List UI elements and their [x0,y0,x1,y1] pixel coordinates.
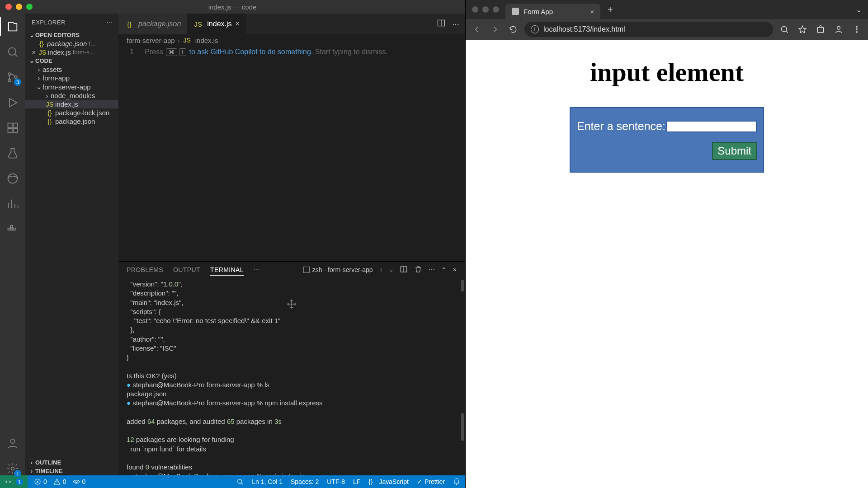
zoom-icon[interactable] [778,23,791,36]
svg-point-25 [856,32,858,33]
activity-docker-icon[interactable] [6,222,19,236]
terminal-shell-label[interactable]: zsh - form-server-app [303,266,373,273]
remote-indicator[interactable]: 1 [0,475,28,488]
activity-settings-icon[interactable]: 1 [6,462,19,475]
panel-overflow-icon[interactable]: ⋯ [429,266,435,273]
window-title: index.js — code [0,3,465,11]
window-close-dot[interactable] [472,6,478,13]
svg-rect-10 [10,228,13,230]
status-zoom-icon[interactable] [236,478,244,485]
explorer-sidebar: EXPLORER ⋯ ⌄OPEN EDITORS {} package.json… [25,14,118,475]
status-language[interactable]: {} JavaScript [368,478,409,485]
nav-reload-icon[interactable] [506,23,520,36]
activity-scm-icon[interactable]: 3 [6,70,19,84]
site-info-icon[interactable]: i [531,25,539,33]
maximize-panel-icon[interactable]: ⌃ [441,266,447,273]
page-favicon [512,8,519,15]
status-notifications-icon[interactable] [453,478,460,485]
status-warnings[interactable]: 0 [53,478,66,485]
split-editor-icon[interactable] [437,19,446,29]
tree-file[interactable]: {}package.json [25,117,118,126]
svg-point-18 [75,481,77,483]
scrollbar-thumb[interactable] [461,413,464,441]
scm-badge: 3 [14,79,21,86]
activity-graph-icon[interactable] [6,197,19,211]
status-bar: 1 0 0 0 Ln 1, Col 1 Spaces: 2 UTF-8 LF {… [0,475,465,488]
activity-edge-icon[interactable] [6,172,19,185]
outline-header[interactable]: ›OUTLINE [25,458,118,467]
close-icon[interactable]: × [30,48,38,56]
editor-more-icon[interactable]: ⋯ [452,20,459,28]
nav-forward-icon[interactable] [488,23,502,36]
sentence-input[interactable] [666,121,757,132]
svg-point-24 [856,29,858,30]
terminal-view[interactable]: "version": "1.0.0", "description": "", "… [118,278,465,475]
js-file-icon: JS [193,20,203,28]
open-editor-item[interactable]: {} package.json f... [25,39,118,48]
svg-point-14 [11,467,14,470]
tree-file[interactable]: {}package-lock.json [25,108,118,117]
status-encoding[interactable]: UTF-8 [327,478,345,485]
open-editors-header[interactable]: ⌄OPEN EDITORS [25,31,118,39]
open-editor-item[interactable]: × JS index.js form-s... [25,48,118,56]
bookmark-icon[interactable] [796,23,809,36]
svg-rect-7 [13,128,17,132]
menu-icon[interactable] [850,23,863,36]
tree-folder[interactable]: ⌄form-server-app [25,82,118,91]
timeline-header[interactable]: ›TIMELINE [25,467,118,475]
browser-window: Form App × + ⌄ i localhost:5173/index.ht… [465,0,868,488]
svg-point-0 [9,48,16,55]
svg-rect-6 [8,128,12,132]
explorer-more-icon[interactable]: ⋯ [106,19,113,26]
window-minimize-dot[interactable] [482,6,489,13]
profile-icon[interactable] [832,23,845,36]
breadcrumb[interactable]: form-server-app › JS index.js [118,34,465,46]
status-indent[interactable]: Spaces: 2 [291,478,319,485]
panel-tab-problems[interactable]: PROBLEMS [127,264,163,275]
svg-point-13 [10,439,14,443]
status-eol[interactable]: LF [353,478,360,485]
editor-content[interactable]: 1 Press ⌘I to ask GitHub Copilot to do s… [118,46,465,261]
close-icon[interactable]: × [590,8,594,15]
panel-tab-output[interactable]: OUTPUT [173,264,200,275]
workspace-header[interactable]: ⌄CODE [25,56,118,65]
close-panel-icon[interactable]: × [453,266,457,273]
copilot-ghost-text: Press ⌘I to ask GitHub Copilot to do som… [145,48,388,56]
tree-folder[interactable]: ›node_modules [25,91,118,100]
panel-more-icon[interactable]: ⋯ [254,266,260,273]
new-terminal-icon[interactable]: + [379,266,383,273]
window-zoom-dot[interactable] [493,6,499,13]
status-prettier[interactable]: ✓ Prettier [417,478,445,485]
settings-badge: 1 [14,470,21,477]
activity-explorer-icon[interactable] [6,20,19,33]
browser-tab[interactable]: Form App × [505,4,600,19]
activity-debug-icon[interactable] [6,96,19,109]
extensions-icon[interactable] [814,23,827,36]
nav-back-icon[interactable] [470,23,484,36]
editor-tab[interactable]: JSindex.js× [187,14,246,34]
editor-tab[interactable]: {}package.json [118,14,187,34]
close-icon[interactable]: × [236,20,240,28]
split-terminal-icon[interactable] [400,265,408,275]
svg-rect-9 [8,228,10,230]
kill-terminal-icon[interactable] [414,265,422,275]
status-errors[interactable]: 0 [34,478,47,485]
activity-account-icon[interactable] [6,436,19,450]
tree-folder[interactable]: ›form-app [25,74,118,82]
tab-list-dropdown-icon[interactable]: ⌄ [856,5,868,14]
status-cursor[interactable]: Ln 1, Col 1 [252,478,283,485]
terminal-split-dropdown-icon[interactable]: ⌄ [389,267,393,273]
new-tab-button[interactable]: + [600,5,620,15]
activity-search-icon[interactable] [6,45,19,59]
tree-file[interactable]: JSindex.js [25,100,118,108]
svg-point-8 [8,174,18,183]
scrollbar-thumb[interactable] [461,280,464,291]
status-ports[interactable]: 0 [73,478,86,485]
submit-button[interactable]: Submit [712,142,757,160]
activity-extensions-icon[interactable] [6,121,19,135]
tree-folder[interactable]: ›assets [25,65,118,74]
panel-tab-terminal[interactable]: TERMINAL [210,264,244,276]
activity-testing-icon[interactable] [6,146,19,160]
js-file-icon: JS [38,49,47,56]
address-bar[interactable]: i localhost:5173/index.html [524,22,773,37]
